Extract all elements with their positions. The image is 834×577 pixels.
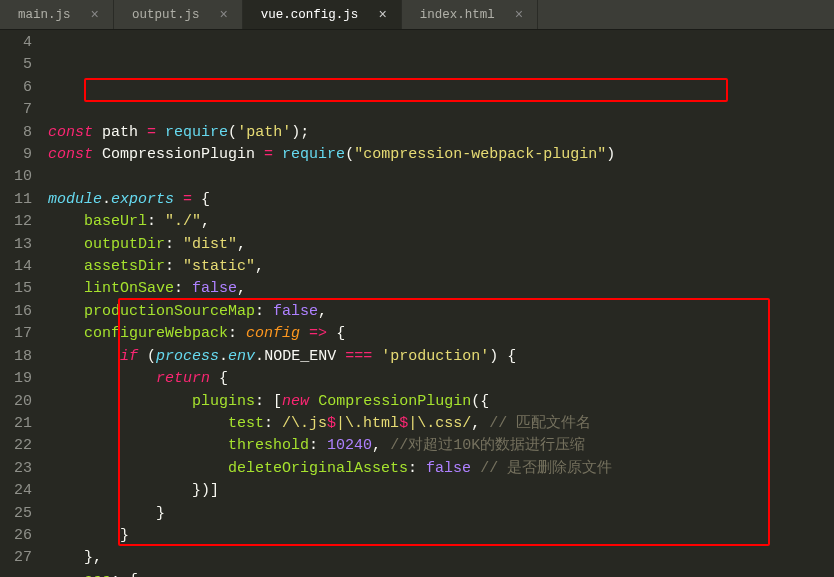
tab-vue-config-js[interactable]: vue.config.js × bbox=[243, 0, 402, 29]
code-line: assetsDir: "static", bbox=[48, 258, 264, 275]
code-line: lintOnSave: false, bbox=[48, 280, 246, 297]
line-number: 10 bbox=[0, 166, 32, 188]
code-line: }, bbox=[48, 549, 102, 566]
tab-label: main.js bbox=[18, 8, 71, 22]
tab-index-html[interactable]: index.html × bbox=[402, 0, 538, 29]
code-line: } bbox=[48, 505, 165, 522]
close-icon[interactable]: × bbox=[91, 7, 99, 23]
line-number: 24 bbox=[0, 480, 32, 502]
code-line: baseUrl: "./", bbox=[48, 213, 210, 230]
code-line: return { bbox=[48, 370, 228, 387]
line-number: 4 bbox=[0, 32, 32, 54]
line-number: 23 bbox=[0, 458, 32, 480]
line-number: 21 bbox=[0, 413, 32, 435]
line-number: 16 bbox=[0, 301, 32, 323]
line-number: 5 bbox=[0, 54, 32, 76]
line-number: 27 bbox=[0, 547, 32, 569]
code-line: if (process.env.NODE_ENV === 'production… bbox=[48, 348, 516, 365]
editor: 4567891011121314151617181920212223242526… bbox=[0, 30, 834, 577]
code-line: } bbox=[48, 527, 129, 544]
line-number: 6 bbox=[0, 77, 32, 99]
line-number: 12 bbox=[0, 211, 32, 233]
code-line: configureWebpack: config => { bbox=[48, 325, 345, 342]
code-line: deleteOriginalAssets: false // 是否删除原文件 bbox=[48, 460, 612, 477]
line-number: 17 bbox=[0, 323, 32, 345]
tab-output-js[interactable]: output.js × bbox=[114, 0, 243, 29]
line-number: 15 bbox=[0, 278, 32, 300]
close-icon[interactable]: × bbox=[219, 7, 227, 23]
line-number: 13 bbox=[0, 234, 32, 256]
code-line: const path = require('path'); bbox=[48, 124, 309, 141]
line-number: 26 bbox=[0, 525, 32, 547]
close-icon[interactable]: × bbox=[515, 7, 523, 23]
line-number: 9 bbox=[0, 144, 32, 166]
code-line: outputDir: "dist", bbox=[48, 236, 246, 253]
code-area[interactable]: const path = require('path'); const Comp… bbox=[42, 30, 834, 577]
code-line: threshold: 10240, //对超过10K的数据进行压缩 bbox=[48, 437, 585, 454]
line-number: 7 bbox=[0, 99, 32, 121]
line-number: 20 bbox=[0, 391, 32, 413]
line-number: 11 bbox=[0, 189, 32, 211]
line-number: 18 bbox=[0, 346, 32, 368]
line-gutter: 4567891011121314151617181920212223242526… bbox=[0, 30, 42, 577]
line-number: 8 bbox=[0, 122, 32, 144]
code-line: css: { bbox=[48, 572, 138, 577]
highlight-box-1 bbox=[84, 78, 728, 102]
line-number: 22 bbox=[0, 435, 32, 457]
tab-main-js[interactable]: main.js × bbox=[0, 0, 114, 29]
line-number: 19 bbox=[0, 368, 32, 390]
code-line: plugins: [new CompressionPlugin({ bbox=[48, 393, 489, 410]
line-number: 14 bbox=[0, 256, 32, 278]
code-line bbox=[48, 101, 57, 118]
tab-bar: main.js × output.js × vue.config.js × in… bbox=[0, 0, 834, 30]
close-icon[interactable]: × bbox=[378, 7, 386, 23]
code-line: const CompressionPlugin = require("compr… bbox=[48, 146, 615, 163]
line-number: 25 bbox=[0, 503, 32, 525]
code-line bbox=[48, 168, 57, 185]
tab-label: output.js bbox=[132, 8, 200, 22]
tab-label: index.html bbox=[420, 8, 495, 22]
tab-label: vue.config.js bbox=[261, 8, 359, 22]
code-line: module.exports = { bbox=[48, 191, 210, 208]
code-line: productionSourceMap: false, bbox=[48, 303, 327, 320]
code-line: test: /\.js$|\.html$|\.css/, // 匹配文件名 bbox=[48, 415, 591, 432]
code-line: })] bbox=[48, 482, 219, 499]
